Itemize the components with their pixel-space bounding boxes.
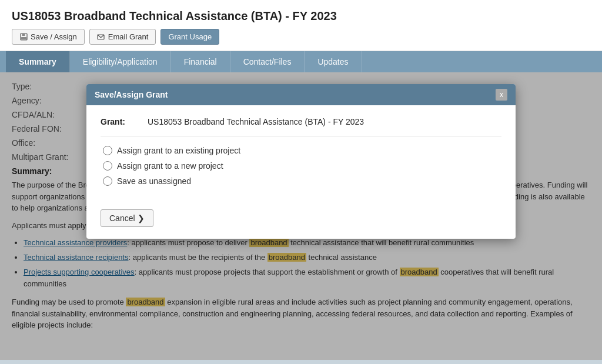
tabs-bar: Summary Eligibility/Application Financia… [0,51,602,72]
tab-updates[interactable]: Updates [305,51,362,72]
modal-close-button[interactable]: x [496,89,507,101]
save-assign-label: Save / Assign [31,32,77,41]
modal-overlay: Save/Assign Grant x Grant: US18053 Broad… [0,72,602,360]
tab-eligibility[interactable]: Eligibility/Application [70,51,171,72]
email-grant-label: Email Grant [108,32,149,41]
radio-save-unassigned-label: Save as unassigned [117,176,191,186]
radio-options-group: Assign grant to an existing project Assi… [103,146,501,186]
radio-new-project-input[interactable] [103,161,112,171]
grant-field-value: US18053 Broadband Technical Assistance (… [148,117,364,126]
radio-save-unassigned-input[interactable] [103,176,112,186]
email-grant-button[interactable]: Email Grant [89,29,156,45]
radio-save-unassigned[interactable]: Save as unassigned [103,176,501,186]
modal-title: Save/Assign Grant [95,90,168,99]
radio-existing-project[interactable]: Assign grant to an existing project [103,146,501,155]
tab-financial[interactable]: Financial [171,51,230,72]
tab-summary[interactable]: Summary [6,51,70,72]
radio-existing-project-label: Assign grant to an existing project [117,146,240,155]
content-area: Type: Agency: CFDA/ALN: Federal FON: Off… [0,72,602,360]
save-assign-button[interactable]: Save / Assign [12,29,85,45]
email-icon [97,33,105,41]
grant-usage-button[interactable]: Grant Usage [160,29,219,45]
grant-row: Grant: US18053 Broadband Technical Assis… [101,117,501,136]
page-title-bar: US18053 Broadband Technical Assistance (… [0,0,602,51]
grant-field-label: Grant: [101,117,148,126]
radio-new-project-label: Assign grant to a new project [117,161,223,171]
radio-new-project[interactable]: Assign grant to a new project [103,161,501,171]
toolbar: Save / Assign Email Grant Grant Usage [12,29,590,45]
save-icon [19,33,28,41]
svg-rect-1 [22,34,25,36]
svg-rect-2 [21,37,26,39]
modal-footer: Cancel ❯ [86,209,516,239]
tab-contact[interactable]: Contact/Files [230,51,305,72]
cancel-button[interactable]: Cancel ❯ [101,209,153,227]
save-assign-modal: Save/Assign Grant x Grant: US18053 Broad… [86,84,516,239]
cancel-label: Cancel [109,213,135,223]
page-title: US18053 Broadband Technical Assistance (… [12,9,590,23]
chevron-right-icon: ❯ [138,213,145,223]
modal-body: Grant: US18053 Broadband Technical Assis… [86,105,516,209]
grant-usage-label: Grant Usage [168,32,212,41]
modal-header: Save/Assign Grant x [86,84,516,105]
radio-existing-project-input[interactable] [103,146,112,155]
